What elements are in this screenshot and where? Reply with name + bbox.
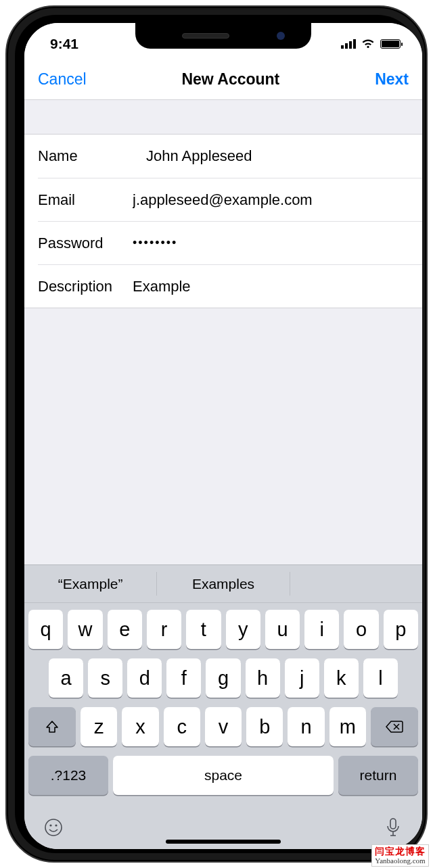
key-t[interactable]: t <box>186 610 221 649</box>
keyboard: “Example” Examples q w e r t y u i o p <box>24 564 422 849</box>
key-n[interactable]: n <box>288 707 324 746</box>
email-row[interactable]: Email <box>38 178 422 221</box>
screen: 9:41 Cancel New Account Next Name Email <box>24 23 422 849</box>
battery-icon <box>380 39 401 49</box>
backspace-icon <box>386 720 403 733</box>
space-key[interactable]: space <box>113 756 334 795</box>
key-g[interactable]: g <box>206 658 240 698</box>
key-row-1: q w e r t y u i o p <box>28 610 418 649</box>
name-field[interactable] <box>146 147 409 165</box>
keyboard-keys: q w e r t y u i o p a s d f g h <box>24 603 422 810</box>
status-right <box>341 39 401 49</box>
svg-point-0 <box>45 819 62 836</box>
name-label: Name <box>38 147 146 165</box>
key-k[interactable]: k <box>324 658 359 698</box>
description-row[interactable]: Description Example <box>38 264 422 308</box>
description-field[interactable]: Example <box>133 278 191 295</box>
key-h[interactable]: h <box>246 658 280 698</box>
key-row-3: z x c v b n m <box>28 707 418 746</box>
account-form: Name Email Password •••••••• Description… <box>24 134 422 308</box>
backspace-key[interactable] <box>371 707 418 746</box>
key-e[interactable]: e <box>108 610 142 649</box>
email-field[interactable] <box>133 191 409 209</box>
cancel-button[interactable]: Cancel <box>38 70 87 89</box>
password-label: Password <box>38 235 133 252</box>
key-i[interactable]: i <box>304 610 339 649</box>
key-q[interactable]: q <box>28 610 63 649</box>
email-label: Email <box>38 191 133 209</box>
watermark: 闫宝龙博客 Yanbaolong.com <box>371 844 429 867</box>
form-spacer <box>24 100 422 134</box>
key-o[interactable]: o <box>344 610 378 649</box>
watermark-line2: Yanbaolong.com <box>375 857 426 865</box>
svg-point-2 <box>55 824 57 826</box>
password-field[interactable]: •••••••• <box>133 236 177 250</box>
page-title: New Account <box>181 70 279 89</box>
key-s[interactable]: s <box>88 658 122 698</box>
dictation-button[interactable] <box>382 816 405 839</box>
svg-rect-3 <box>390 819 396 829</box>
key-row-4: .?123 space return <box>28 756 418 795</box>
front-camera <box>277 32 285 40</box>
return-key[interactable]: return <box>338 756 418 795</box>
description-label: Description <box>38 278 133 295</box>
key-row-2: a s d f g h j k l <box>28 658 418 698</box>
notch <box>135 23 311 49</box>
watermark-line1: 闫宝龙博客 <box>375 846 426 857</box>
key-d[interactable]: d <box>127 658 162 698</box>
svg-point-1 <box>49 824 51 826</box>
emoji-button[interactable] <box>42 816 65 839</box>
key-j[interactable]: j <box>285 658 319 698</box>
key-x[interactable]: x <box>122 707 158 746</box>
key-p[interactable]: p <box>384 610 418 649</box>
home-indicator[interactable] <box>166 840 281 844</box>
key-b[interactable]: b <box>246 707 283 746</box>
wifi-icon <box>361 39 375 49</box>
suggestion-bar: “Example” Examples <box>24 565 422 603</box>
suggestion-1[interactable]: “Example” <box>24 565 156 602</box>
key-u[interactable]: u <box>265 610 300 649</box>
key-y[interactable]: y <box>226 610 260 649</box>
key-c[interactable]: c <box>164 707 200 746</box>
suggestion-3[interactable] <box>290 565 422 602</box>
name-row[interactable]: Name <box>24 135 422 178</box>
numbers-key[interactable]: .?123 <box>28 756 108 795</box>
key-a[interactable]: a <box>49 658 83 698</box>
password-row[interactable]: Password •••••••• <box>38 221 422 264</box>
key-l[interactable]: l <box>363 658 398 698</box>
key-w[interactable]: w <box>68 610 102 649</box>
speaker-grille <box>182 33 229 39</box>
key-z[interactable]: z <box>81 707 117 746</box>
phone-frame: 9:41 Cancel New Account Next Name Email <box>5 5 428 863</box>
key-f[interactable]: f <box>166 658 201 698</box>
shift-key[interactable] <box>28 707 76 746</box>
cellular-icon <box>341 39 356 49</box>
suggestion-2[interactable]: Examples <box>157 565 289 602</box>
key-r[interactable]: r <box>147 610 181 649</box>
key-v[interactable]: v <box>205 707 242 746</box>
key-m[interactable]: m <box>329 707 366 746</box>
nav-bar: Cancel New Account Next <box>24 59 422 100</box>
next-button[interactable]: Next <box>375 70 409 89</box>
status-time: 9:41 <box>50 36 78 52</box>
microphone-icon <box>385 817 401 838</box>
shift-icon <box>45 719 60 734</box>
emoji-icon <box>43 817 64 838</box>
